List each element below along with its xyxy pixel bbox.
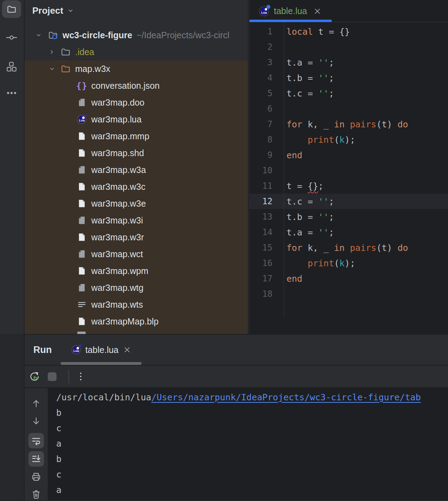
editor-tab-table-lua[interactable]: Lua table.lua [249,0,332,22]
file-label: war3map.lua [91,114,141,125]
line-number[interactable]: 11 [249,181,284,191]
file-label: war3map.mmp [91,131,149,141]
tree-file-row[interactable]: war3map.doo [25,94,248,111]
close-icon[interactable] [313,7,322,15]
next-occurrence-button[interactable] [31,416,41,426]
code-text: t.a = ''; [284,58,334,68]
line-number[interactable]: 4 [249,73,284,83]
code-line: 1local t = {} [249,24,448,39]
project-tree: wc3-circle-figure ~/IdeaProjects/wc3-cir… [25,21,248,334]
console-command-line: /usr/local/bin/lua /Users/nazarpunk/Idea… [56,389,448,405]
line-number[interactable]: 1 [249,27,284,36]
chevron-right-icon[interactable] [48,48,56,56]
line-number[interactable]: 18 [249,289,284,299]
line-number[interactable]: 3 [249,58,284,67]
code-text: for k, _ in pairs(t) do [284,119,408,129]
soft-wrap-toggle[interactable] [28,433,44,448]
rerun-button[interactable] [28,370,41,383]
project-panel-header[interactable]: Project [25,0,248,21]
line-number[interactable]: 2 [249,42,284,52]
tree-file-row[interactable]: war3map.w3c [25,178,248,195]
toolbar-separator [68,370,69,383]
code-text: local t = {} [284,27,350,37]
file-label: war3map.doo [91,98,144,108]
scroll-to-end-toggle[interactable] [28,451,44,467]
line-number[interactable]: 12 [249,196,284,206]
run-toolbar [25,365,448,387]
chevron-down-icon [67,7,74,14]
code-text: t.b = ''; [284,73,334,83]
console-output-line: b [56,451,448,467]
code-line: 7for k, _ in pairs(t) do [249,116,448,132]
folder-icon [60,64,71,74]
code-line: 4t.b = ''; [249,70,448,86]
line-number[interactable]: 10 [249,166,284,175]
line-number[interactable]: 6 [249,104,284,114]
folder-icon [6,4,17,14]
run-tab-scroll-indicator[interactable] [61,362,141,365]
line-number[interactable]: 7 [249,119,284,129]
line-number[interactable]: 14 [249,227,284,237]
tree-file-row[interactable]: war3map.wtg [25,279,248,296]
run-tab-table-lua[interactable]: Lua table.lua [71,335,131,365]
console-exec-prefix: /usr/local/bin/lua [56,392,151,402]
lua-file-icon: Lua [71,345,81,355]
tree-file-row[interactable]: war3map.w3e [25,195,248,212]
clear-console-button[interactable] [31,489,41,500]
console-output-line: b [56,405,448,420]
more-icon [6,87,18,99]
line-number[interactable]: 13 [249,212,284,222]
tree-file-row[interactable]: Luawar3map.lua [25,111,248,128]
code-line: 17end [249,271,448,286]
console-output[interactable]: /usr/local/bin/lua /Users/nazarpunk/Idea… [48,388,448,500]
run-tab-title: table.lua [85,345,119,355]
lua-file-icon: Lua [77,114,87,125]
structure-icon [6,61,17,72]
commit-icon [6,32,18,44]
tree-idea-row[interactable]: .idea [25,44,248,60]
more-options-button[interactable] [74,370,87,383]
print-button[interactable] [31,472,41,482]
line-number[interactable]: 5 [249,88,284,98]
binary-file-icon [77,165,87,175]
line-number[interactable]: 9 [249,150,284,160]
tree-file-row[interactable]: war3map.wpm [25,262,248,279]
tree-file-row[interactable]: war3map.w3a [25,161,248,178]
tree-file-row[interactable]: war3map.wct [25,246,248,262]
commit-tool-button[interactable] [2,29,21,46]
file-label: war3map.w3i [91,215,143,226]
structure-tool-button[interactable] [2,58,21,75]
chevron-down-icon[interactable] [48,65,56,73]
line-number[interactable]: 15 [249,243,284,253]
stop-icon [48,372,57,381]
chevron-down-icon[interactable] [34,31,43,39]
tree-file-row[interactable]: war3map.w3r [25,229,248,246]
file-label: war3map.wpm [91,266,149,276]
tree-file-row[interactable]: war3map.shd [25,145,248,161]
console-file-link[interactable]: /Users/nazarpunk/IdeaProjects/wc3-circle… [151,392,421,402]
line-number[interactable]: 8 [249,135,284,145]
stop-button[interactable] [46,370,58,383]
console-lines: bcabca [56,405,448,497]
code-text: end [284,274,302,284]
tree-file-row[interactable]: war3map.wts [25,296,248,313]
code-editor[interactable]: 1local t = {}23t.a = '';4t.b = '';5t.c =… [249,22,448,302]
text-file-icon [77,299,87,310]
tree-map-folder-row[interactable]: map.w3x [25,60,248,77]
prev-occurrence-button[interactable] [31,399,41,408]
binary-file-icon [77,282,87,293]
kebab-icon [80,373,81,380]
project-tool-button[interactable] [2,0,21,18]
line-number[interactable]: 17 [249,274,284,283]
tree-root-row[interactable]: wc3-circle-figure ~/IdeaProjects/wc3-cir… [25,27,248,44]
tree-file-row[interactable]: war3map.w3i [25,212,248,229]
line-number[interactable]: 16 [249,258,284,268]
more-tool-windows-button[interactable] [2,84,21,102]
tree-file-row[interactable]: {}conversation.json [25,77,248,94]
tree-file-row[interactable]: war3map.mmp [25,128,248,145]
tree-file-row[interactable]: war3mapMap.blp [25,313,248,330]
file-label: war3map.wts [91,300,143,310]
close-icon[interactable] [123,346,131,354]
code-text: t.c = ''; [284,196,334,207]
tree-files: {}conversation.jsonwar3map.dooLuawar3map… [25,77,248,330]
